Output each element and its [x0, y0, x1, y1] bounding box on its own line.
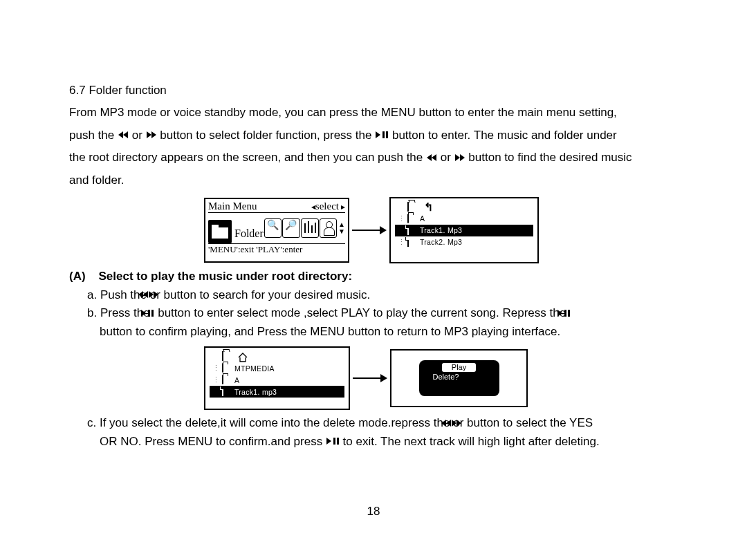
- intro-l2d: button to enter. The music and folder un…: [392, 129, 617, 142]
- track1-label-2: Track1. mp3: [234, 389, 277, 396]
- zoom-out-icon: [264, 218, 282, 238]
- file-icon: [407, 237, 409, 247]
- arrow-right: [352, 226, 387, 234]
- step-a: a. Push the or button to search for your…: [69, 286, 678, 305]
- up-level-icon: ↰: [424, 202, 433, 213]
- scroll-chevrons: ▲ ▼: [338, 221, 345, 235]
- step-b: b. Press the button to enter select mode…: [69, 304, 678, 323]
- intro-l1: From MP3 mode or voice standby mode, you…: [69, 106, 617, 119]
- svg-rect-1: [386, 131, 388, 138]
- play-pause-icon: [153, 304, 154, 322]
- step-b-mid: button to enter select mode ,select PLAY…: [158, 306, 569, 319]
- intro-l4: and folder.: [69, 174, 124, 187]
- track1-label: Track1. Mp3: [420, 227, 462, 234]
- equalizer-icon: [301, 218, 319, 238]
- intro-or2: or: [441, 151, 451, 164]
- intro-l3a: the root directory appears on the screen…: [69, 151, 423, 164]
- lcd-main-menu: Main Menu select Folder ▲ ▼ 'MENU':exit …: [204, 198, 349, 263]
- forward-icon: [146, 124, 157, 146]
- heading-A: (A) Select to play the music under root …: [69, 268, 678, 286]
- step-c-block: c. If you select the delete,it will come…: [69, 414, 678, 451]
- play-pause-icon: [326, 432, 340, 450]
- popup-screen: Play Delete?: [390, 349, 528, 407]
- folder-icon: [222, 375, 223, 384]
- folder-a-label: A: [420, 215, 425, 223]
- page-number: 18: [0, 505, 747, 519]
- open-folder-icon: [407, 202, 409, 212]
- chevron-down-icon: ▼: [338, 228, 345, 235]
- step-c-l2: OR NO. Press MENU to confirm.and press t…: [69, 433, 678, 451]
- intro-l3c: button to find the desired music: [468, 151, 631, 164]
- home-icon: [237, 353, 247, 361]
- play-delete-popup: Play Delete?: [419, 360, 499, 396]
- arrow-right: [353, 374, 387, 382]
- svg-rect-4: [564, 310, 566, 317]
- intro-para: From MP3 mode or voice standby mode, you…: [69, 102, 678, 192]
- intro-l2c: button to select folder function, press …: [160, 129, 375, 142]
- step-c-l1c: button to select the YES: [467, 416, 593, 429]
- section-number: 6.7: [69, 84, 86, 97]
- step-b-line2: button to confirm playing, and Press the…: [69, 323, 678, 341]
- zoom-in-icon: [282, 218, 300, 238]
- play-pause-icon: [569, 304, 571, 322]
- lcd-footer: 'MENU':exit 'PLAY':enter: [208, 243, 345, 254]
- section-title-text: Folder function: [89, 84, 166, 97]
- step-c-l1: c. If you select the delete,it will come…: [69, 414, 678, 433]
- play-pause-icon: [375, 124, 389, 146]
- file-icon: [407, 225, 409, 235]
- intro-l2a: push the: [69, 129, 114, 142]
- open-folder-icon: [222, 351, 223, 361]
- subsection-A: (A) Select to play the music under root …: [69, 268, 678, 341]
- rewind-icon: [426, 147, 437, 169]
- lcd-title: Main Menu: [208, 201, 257, 212]
- svg-rect-3: [151, 310, 154, 317]
- step-a-post: button to search for your desired music.: [164, 288, 371, 301]
- folder-icon: [222, 363, 223, 373]
- svg-rect-5: [568, 310, 570, 317]
- figure-row-1: Main Menu select Folder ▲ ▼ 'MENU':exit …: [204, 197, 678, 263]
- heading-A-prefix: (A): [69, 270, 86, 283]
- folder-selected-icon: [208, 220, 232, 243]
- file-icon: [222, 386, 223, 396]
- file-browser-screen-1: ↰ ⋮ A ⋮ Track1. Mp3 ⋮ Track2. Mp3: [389, 197, 539, 263]
- file-row-selected-2: ⋮ Track1. mp3: [210, 386, 344, 398]
- person-icon: [320, 218, 338, 238]
- popup-delete-option: Delete?: [425, 373, 494, 381]
- step-c-l2b: to exit. The next track will high light …: [343, 435, 600, 448]
- svg-rect-6: [333, 438, 335, 445]
- figure-row-2: ⋮ MTPMEDIA ⋮ A ⋮ Track1. mp3 Play Delete…: [204, 346, 678, 410]
- file-browser-screen-2: ⋮ MTPMEDIA ⋮ A ⋮ Track1. mp3: [204, 346, 350, 410]
- svg-rect-2: [148, 310, 150, 317]
- section-heading: 6.7 Folder function: [69, 80, 678, 102]
- heading-A-text: Select to play the music under root dire…: [99, 270, 353, 283]
- folder-a-label-2: A: [234, 377, 239, 384]
- track2-label: Track2. Mp3: [420, 239, 462, 246]
- step-c-l1a: c. If you select the delete,it will come…: [87, 416, 453, 429]
- popup-play-option: Play: [442, 363, 476, 372]
- svg-rect-7: [337, 438, 339, 445]
- lcd-select-label: select: [311, 201, 345, 212]
- rewind-icon: [118, 124, 129, 146]
- forward-icon: [454, 147, 465, 169]
- lcd-folder-label: Folder: [234, 228, 264, 239]
- step-c-l2a: OR NO. Press MENU to confirm.and press: [100, 435, 322, 448]
- step-b-l2: button to confirm playing, and Press the…: [100, 325, 560, 338]
- folder-icon: [407, 214, 409, 223]
- intro-or1: or: [132, 129, 146, 142]
- svg-rect-0: [382, 131, 385, 138]
- file-row-selected: ⋮ Track1. Mp3: [395, 225, 533, 236]
- folder-mtp-label: MTPMEDIA: [234, 365, 275, 373]
